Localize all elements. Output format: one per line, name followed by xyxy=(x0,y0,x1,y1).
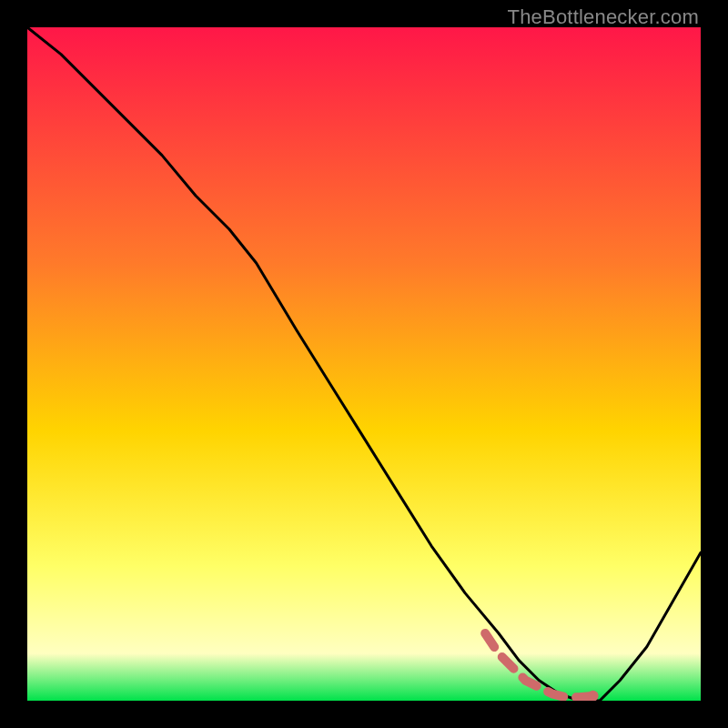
gradient-background xyxy=(27,27,701,701)
chart-frame xyxy=(27,27,701,701)
watermark-text: TheBottlenecker.com xyxy=(508,5,699,29)
bottleneck-chart xyxy=(27,27,701,701)
